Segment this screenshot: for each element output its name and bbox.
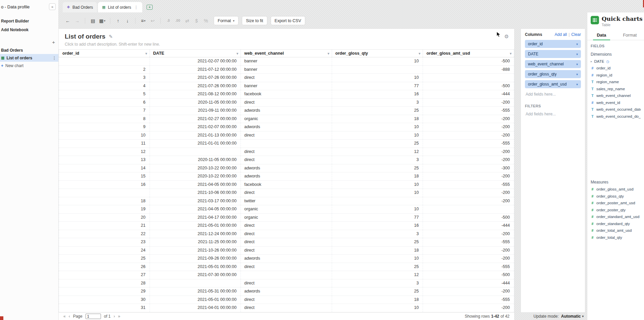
table-row[interactable]: 62020-11-05 00:00:00direct3-200 xyxy=(59,99,514,107)
table-row[interactable]: 52021-08-12 00:00:00facebook16-444 xyxy=(59,90,514,99)
table-row[interactable]: 292021-05-31 00:00:00adwords25-200 xyxy=(59,287,514,296)
field-order-total-amt-usd[interactable]: #order_total_amt_usd xyxy=(587,227,644,234)
table-row[interactable]: 222021-12-24 00:00:00direct3-200 xyxy=(59,230,514,238)
column-header-order-gloss-amt-usd[interactable]: order_gloss_amt_usd▾ xyxy=(423,50,514,57)
back-icon[interactable]: ← xyxy=(63,16,72,25)
page-input[interactable] xyxy=(86,314,101,319)
tab-list-of-orders[interactable]: ▦List of orders⋮ xyxy=(98,2,142,12)
table-row[interactable]: 72021-09-11 00:00:00adwords25-555 xyxy=(59,107,514,115)
align-dropdown[interactable]: ≡ ▾ xyxy=(139,16,148,25)
field-sales-rep-name[interactable]: Tsales_rep_name xyxy=(587,86,644,93)
add-section-icon[interactable]: + xyxy=(52,40,55,44)
table-row[interactable]: 262021-05-01 00:00:00direct25-555 xyxy=(59,263,514,271)
forward-icon[interactable]: → xyxy=(73,16,82,25)
table-row[interactable]: 22021-07-12 00:00:00banner-888 xyxy=(59,66,514,74)
table-row[interactable]: 112021-01-01 00:00:0025-555 xyxy=(59,140,514,148)
column-pill-order-gloss-qty[interactable]: order_gloss_qty▾ xyxy=(525,70,581,78)
table-row[interactable]: 102021-01-13 00:00:00direct10-200 xyxy=(59,131,514,140)
table-row[interactable]: 142020-10-22 00:00:00adwords25-300 xyxy=(59,164,514,173)
next-page-button[interactable]: › xyxy=(114,314,115,319)
chevron-right-icon[interactable]: ▸ xyxy=(591,60,592,63)
decrease-decimal-icon[interactable]: .0 xyxy=(164,16,173,25)
table-row[interactable]: 2021-10-06 00:00:00direct10-200 xyxy=(59,189,514,197)
column-sort-caret-icon[interactable]: ▾ xyxy=(419,52,420,55)
sidebar-item-bad-orders[interactable]: Bad Orders xyxy=(0,46,58,54)
field-web-event-channel[interactable]: Tweb_event_channel xyxy=(587,92,644,99)
field-web-event-id[interactable]: #web_event_id xyxy=(587,99,644,106)
table-row[interactable]: 32021-07-26 00:00:00direct10 xyxy=(59,74,514,82)
table-row[interactable]: 272021-07-30 00:00:0012-500 xyxy=(59,271,514,279)
clear-link[interactable]: Clear xyxy=(571,32,581,37)
sidebar-link-report-builder[interactable]: Report Builder xyxy=(0,17,58,25)
column-sort-caret-icon[interactable]: ▾ xyxy=(328,52,329,55)
table-row[interactable]: 28direct3-444 xyxy=(59,279,514,288)
swap-columns-icon[interactable]: ⇄ xyxy=(183,16,192,25)
page-title[interactable]: List of orders xyxy=(65,33,105,40)
chevron-down-icon[interactable]: ▾ xyxy=(576,83,578,86)
update-mode-dropdown[interactable]: Automatic ▾ xyxy=(561,314,584,319)
field-order-gloss-amt-usd[interactable]: #order_gloss_amt_usd xyxy=(587,186,644,193)
field-order-gloss-qty[interactable]: #order_gloss_qty xyxy=(587,193,644,200)
table-row[interactable]: 202021-04-17 00:00:00organic77-500 xyxy=(59,214,514,222)
field-order-id[interactable]: #order_id xyxy=(587,65,644,72)
field-web-event-occurred-date[interactable]: Tweb_event_occurred_date xyxy=(587,106,644,113)
table-row[interactable]: 132020-11-05 00:00:00direct3-200 xyxy=(59,156,514,164)
tab-bad-orders[interactable]: ❖Bad Orders xyxy=(63,2,97,12)
column-sort-caret-icon[interactable]: ▾ xyxy=(510,52,512,55)
chevron-down-icon[interactable]: ▾ xyxy=(576,62,578,66)
add-all-link[interactable]: Add all xyxy=(554,32,567,37)
tab-menu-icon[interactable]: ⋮ xyxy=(133,5,138,10)
table-row[interactable]: 42021-07-26 00:00:00banner77-500 xyxy=(59,82,514,91)
field-order-poster-qty[interactable]: #order_poster_qty xyxy=(587,207,644,214)
column-pill-order-gloss-amt-usd[interactable]: order_gloss_amt_usd▾ xyxy=(525,80,581,88)
field-web-event-occurred-do-w-n[interactable]: Tweb_event_occurred_do_w_n xyxy=(587,113,644,120)
format-dropdown[interactable]: Format ▾ xyxy=(214,16,238,25)
size-to-fit-button[interactable]: Size to fit xyxy=(242,16,267,25)
field-region-id[interactable]: #region_id xyxy=(587,72,644,79)
table-row[interactable]: 302021-05-01 00:00:00direct18-555 xyxy=(59,296,514,304)
sidebar-link-add-notebook[interactable]: Add Notebook xyxy=(0,25,58,34)
table-view-dropdown[interactable]: ▦ ▾ xyxy=(98,16,107,25)
column-pill-web-event-channel[interactable]: web_event_channel▾ xyxy=(525,60,581,68)
column-pill-order-id[interactable]: order_id▾ xyxy=(525,40,581,48)
chevron-down-icon[interactable]: ▾ xyxy=(576,52,578,56)
field-region-name[interactable]: Tregion_name xyxy=(587,78,644,86)
prev-page-button[interactable]: ‹ xyxy=(69,314,70,319)
field-order-poster-amt-usd[interactable]: #order_poster_amt_usd xyxy=(587,200,644,207)
sidebar-collapse-button[interactable]: « xyxy=(49,3,56,10)
column-sort-caret-icon[interactable]: ▾ xyxy=(236,52,238,55)
columns-add-fields-placeholder[interactable]: Add fields here... xyxy=(525,88,581,102)
column-header-order-id[interactable]: order_id▾ xyxy=(59,50,150,57)
field-date[interactable]: ▸DATE◷ xyxy=(587,58,644,65)
edit-title-icon[interactable]: ✎ xyxy=(109,34,113,39)
sort-ascending-icon[interactable]: ↑ xyxy=(114,16,122,25)
table-row[interactable]: 162021-04-05 00:00:00facebook10-555 xyxy=(59,181,514,189)
tab-data[interactable]: Data xyxy=(587,30,616,40)
table-row[interactable]: 192021-04-05 00:00:00organic10 xyxy=(59,205,514,214)
column-pill-date[interactable]: DATE▾ xyxy=(525,50,581,58)
field-order-standard-qty[interactable]: #order_standard_qty xyxy=(587,220,644,227)
currency-format-icon[interactable]: $ xyxy=(192,16,201,25)
sort-descending-icon[interactable]: ↓ xyxy=(123,16,132,25)
table-row[interactable]: 2021-02-07 00:00:00banner10-500 xyxy=(59,57,514,66)
new-tab-button[interactable]: + xyxy=(143,2,156,12)
chart-type-icon[interactable]: ▤ xyxy=(89,16,97,25)
chevron-down-icon[interactable]: ▾ xyxy=(576,72,578,76)
column-header-web-event-channel[interactable]: web_event_channel▾ xyxy=(241,50,332,57)
export-csv-button[interactable]: Export to CSV xyxy=(271,16,305,25)
table-row[interactable]: 92021-02-07 00:00:00adwords10-200 xyxy=(59,123,514,131)
table-row[interactable]: 252021-09-26 00:00:00adwords10-200 xyxy=(59,255,514,263)
table-row[interactable]: 152020-10-22 00:00:00adwords18-200 xyxy=(59,172,514,181)
table-row[interactable]: 12direct12-200 xyxy=(59,148,514,156)
increase-decimal-icon[interactable]: .00 xyxy=(173,16,182,25)
column-header-order-gloss-qty[interactable]: order_gloss_qty▾ xyxy=(332,50,423,57)
first-page-button[interactable]: « xyxy=(63,314,66,319)
table-row[interactable]: 242021-10-26 00:00:00direct18-200 xyxy=(59,247,514,255)
kebab-menu-icon[interactable]: ⋮ xyxy=(52,56,56,60)
tab-format[interactable]: Format xyxy=(616,30,644,40)
wrap-text-icon[interactable]: ↩ xyxy=(148,16,157,25)
table-row[interactable]: 232021-11-25 00:00:00direct25-555 xyxy=(59,238,514,247)
gear-icon[interactable]: ⚙ xyxy=(504,34,509,40)
column-sort-caret-icon[interactable]: ▾ xyxy=(146,52,147,55)
field-order-standard-amt-usd[interactable]: #order_standard_amt_usd xyxy=(587,213,644,220)
